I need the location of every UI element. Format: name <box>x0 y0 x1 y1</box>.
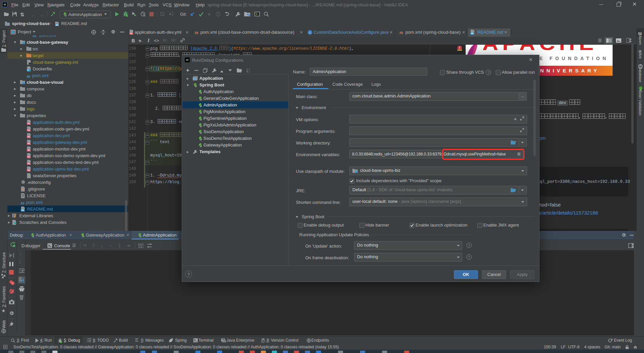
svg-text:YML: YML <box>27 149 30 151</box>
svg-text:MD: MD <box>471 32 474 34</box>
svg-text:YML: YML <box>27 123 30 124</box>
svg-text:YML: YML <box>27 143 30 144</box>
svg-text:YML: YML <box>27 169 30 171</box>
svg-text:MD: MD <box>21 209 24 211</box>
svg-text:YML: YML <box>27 136 30 138</box>
svg-text:YML: YML <box>27 163 30 164</box>
svg-text:D: D <box>27 69 29 71</box>
svg-text:MD: MD <box>55 24 58 26</box>
svg-text:YML: YML <box>130 33 133 34</box>
svg-text:a: a <box>249 68 250 70</box>
svg-text:C: C <box>309 31 311 34</box>
svg-text:YML: YML <box>27 129 30 131</box>
svg-text:z: z <box>249 71 250 73</box>
svg-text:YML: YML <box>27 156 30 158</box>
